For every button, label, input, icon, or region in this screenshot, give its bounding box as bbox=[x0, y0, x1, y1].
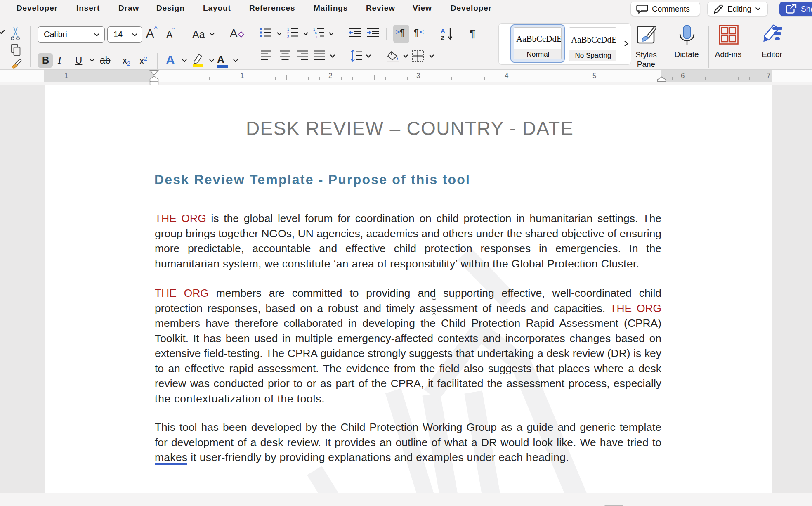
svg-text:i: i bbox=[316, 35, 317, 38]
svg-text:3: 3 bbox=[287, 35, 289, 38]
